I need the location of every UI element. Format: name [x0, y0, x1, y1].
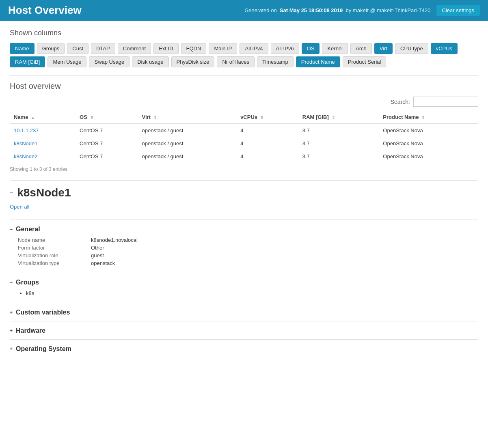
- tag-dtap[interactable]: DTAP: [91, 43, 115, 54]
- tag-all_ipv6[interactable]: All IPv6: [271, 43, 299, 54]
- tag-all_ipv4[interactable]: All IPv4: [240, 43, 268, 54]
- groups-subsection: − Groups k8s: [10, 279, 478, 296]
- sort-icon-vcpus: ⇕: [259, 115, 263, 120]
- cell-ram_gib: 3.7: [298, 124, 379, 137]
- kv-key: Virtualization role: [18, 252, 91, 258]
- hardware-title: Hardware: [16, 327, 45, 334]
- kv-value: guest: [91, 252, 104, 258]
- os-collapse-icon: +: [10, 346, 13, 352]
- row-link[interactable]: k8sNode1: [14, 140, 38, 146]
- generated-by: by makeIt @ makeIt-ThinkPad-T420: [346, 7, 431, 13]
- shown-columns-title: Shown columns: [10, 29, 478, 37]
- tag-ram_gib[interactable]: RAM [GiB]: [10, 56, 45, 67]
- cell-os: CentOS 7: [76, 137, 138, 150]
- cell-product_name: OpenStack Nova: [379, 137, 478, 150]
- kv-value: openstack: [91, 260, 115, 266]
- cell-ram_gib: 3.7: [298, 137, 379, 150]
- row-link[interactable]: 10.1.1.237: [14, 127, 39, 134]
- host-overview-title: Host overview: [10, 82, 478, 91]
- search-input[interactable]: [413, 97, 478, 107]
- kv-row: Virtualization typeopenstack: [18, 260, 478, 266]
- sort-icon-virt: ⇕: [152, 115, 157, 120]
- kv-row: Form factorOther: [18, 245, 478, 251]
- row-link[interactable]: k8sNode2: [14, 153, 38, 159]
- col-header-product_name[interactable]: Product Name ⇕: [379, 111, 478, 124]
- tag-disk_usage[interactable]: Disk usage: [132, 56, 168, 67]
- tag-virt[interactable]: Virt: [374, 43, 393, 54]
- groups-list: k8s: [10, 290, 478, 296]
- cell-vcpus: 4: [236, 124, 298, 137]
- tag-groups[interactable]: Groups: [37, 43, 65, 54]
- col-header-name[interactable]: Name ▲: [10, 111, 76, 124]
- node-collapse-icon[interactable]: −: [10, 190, 13, 196]
- tag-product_serial[interactable]: Product Serial: [343, 56, 387, 67]
- search-label: Search:: [391, 99, 410, 105]
- tag-os[interactable]: OS: [302, 43, 320, 54]
- cell-name: k8sNode2: [10, 150, 76, 163]
- sort-icon-product_name: ⇕: [420, 115, 425, 120]
- custom-variables-collapse-icon: +: [10, 310, 13, 315]
- kv-key: Node name: [18, 237, 91, 243]
- divider-1: [10, 75, 478, 76]
- tag-nr_of_ifaces[interactable]: Nr of Ifaces: [217, 56, 254, 67]
- os-title: Operating System: [16, 345, 71, 353]
- custom-variables-section[interactable]: + Custom variables: [10, 309, 478, 316]
- list-item: k8s: [26, 290, 478, 296]
- divider-3: [10, 273, 478, 273]
- header-meta: Generated on Sat May 25 18:50:08 2019 by…: [244, 7, 430, 13]
- col-header-virt[interactable]: Virt ⇕: [138, 111, 237, 124]
- tag-fqdn[interactable]: FQDN: [181, 43, 207, 54]
- table-row: k8sNode2CentOS 7openstack / guest43.7Ope…: [10, 150, 478, 163]
- col-header-vcpus[interactable]: vCPUs ⇕: [236, 111, 298, 124]
- general-header[interactable]: − General: [10, 226, 478, 233]
- tag-swap_usage[interactable]: Swap Usage: [89, 56, 130, 67]
- tag-physdisk_size[interactable]: PhysDisk size: [171, 56, 215, 67]
- node-name: k8sNode1: [17, 186, 71, 199]
- kv-key: Virtualization type: [18, 260, 91, 266]
- header-right: Generated on Sat May 25 18:50:08 2019 by…: [244, 5, 480, 16]
- table-row: 10.1.1.237CentOS 7openstack / guest43.7O…: [10, 124, 478, 137]
- tag-cust[interactable]: Cust: [67, 43, 89, 54]
- tag-cpu_type[interactable]: CPU type: [395, 43, 428, 54]
- general-title: General: [16, 226, 40, 233]
- main-content: Shown columns NameGroupsCustDTAPCommentE…: [0, 21, 488, 366]
- tag-main_ip[interactable]: Main IP: [209, 43, 237, 54]
- tag-arch[interactable]: Arch: [350, 43, 372, 54]
- tag-vcpus[interactable]: vCPUs: [431, 43, 458, 54]
- cell-virt: openstack / guest: [138, 124, 237, 137]
- sort-icon-os: ⇕: [89, 115, 93, 120]
- cell-os: CentOS 7: [76, 124, 138, 137]
- divider-2: [10, 220, 478, 220]
- sort-icon-name: ▲: [30, 115, 35, 120]
- tag-kernel[interactable]: Kernel: [322, 43, 348, 54]
- col-header-ram_gib[interactable]: RAM [GIB] ⇕: [298, 111, 379, 124]
- tag-mem_usage[interactable]: Mem Usage: [48, 56, 86, 67]
- cell-vcpus: 4: [236, 137, 298, 150]
- sort-icon-ram_gib: ⇕: [330, 115, 335, 120]
- tag-ext_id[interactable]: Ext ID: [153, 43, 178, 54]
- cell-name: k8sNode1: [10, 137, 76, 150]
- hardware-section[interactable]: + Hardware: [10, 327, 478, 334]
- table-row: k8sNode1CentOS 7openstack / guest43.7Ope…: [10, 137, 478, 150]
- operating-system-section[interactable]: + Operating System: [10, 345, 478, 353]
- general-collapse-icon: −: [10, 226, 13, 232]
- host-table: Name ▲OS ⇕Virt ⇕vCPUs ⇕RAM [GIB] ⇕Produc…: [10, 111, 478, 163]
- cell-virt: openstack / guest: [138, 137, 237, 150]
- col-header-os[interactable]: OS ⇕: [76, 111, 138, 124]
- cell-virt: openstack / guest: [138, 150, 237, 163]
- tag-name[interactable]: Name: [10, 43, 35, 54]
- general-subsection: − General Node namek8snode1.novalocalFor…: [10, 226, 478, 266]
- groups-title: Groups: [16, 279, 39, 286]
- open-all-link[interactable]: Open all: [10, 204, 29, 210]
- header: Host Overview Generated on Sat May 25 18…: [0, 0, 488, 21]
- tag-product_name[interactable]: Product Name: [296, 56, 340, 67]
- hardware-collapse-icon: +: [10, 328, 13, 334]
- tag-timestamp[interactable]: Timestamp: [257, 56, 294, 67]
- cell-os: CentOS 7: [76, 150, 138, 163]
- tag-comment[interactable]: Comment: [118, 43, 151, 54]
- clear-settings-button[interactable]: Clear settings: [436, 5, 480, 16]
- custom-variables-title: Custom variables: [16, 309, 70, 316]
- cell-vcpus: 4: [236, 150, 298, 163]
- groups-header[interactable]: − Groups: [10, 279, 478, 286]
- divider-4: [10, 303, 478, 303]
